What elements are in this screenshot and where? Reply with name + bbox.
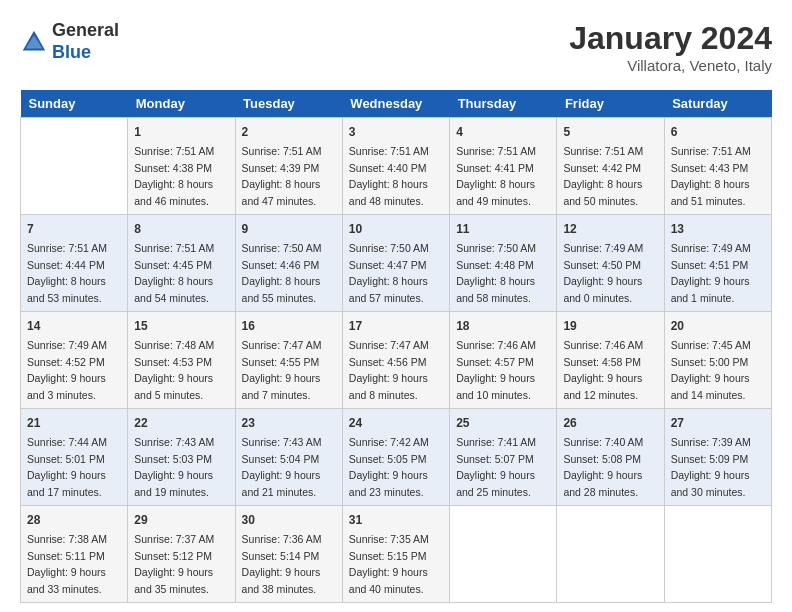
day-number: 6 [671,123,765,141]
day-info: Sunrise: 7:49 AM Sunset: 4:52 PM Dayligh… [27,339,107,401]
day-info: Sunrise: 7:51 AM Sunset: 4:41 PM Dayligh… [456,145,536,207]
day-number: 15 [134,317,228,335]
day-cell: 1Sunrise: 7:51 AM Sunset: 4:38 PM Daylig… [128,118,235,215]
day-info: Sunrise: 7:47 AM Sunset: 4:55 PM Dayligh… [242,339,322,401]
day-number: 11 [456,220,550,238]
logo-icon [20,28,48,56]
day-number: 21 [27,414,121,432]
calendar-header: Sunday Monday Tuesday Wednesday Thursday… [21,90,772,118]
col-friday: Friday [557,90,664,118]
day-cell: 17Sunrise: 7:47 AM Sunset: 4:56 PM Dayli… [342,312,449,409]
day-number: 27 [671,414,765,432]
day-info: Sunrise: 7:48 AM Sunset: 4:53 PM Dayligh… [134,339,214,401]
day-info: Sunrise: 7:50 AM Sunset: 4:47 PM Dayligh… [349,242,429,304]
day-number: 16 [242,317,336,335]
day-number: 5 [563,123,657,141]
day-cell: 28Sunrise: 7:38 AM Sunset: 5:11 PM Dayli… [21,506,128,603]
day-cell: 18Sunrise: 7:46 AM Sunset: 4:57 PM Dayli… [450,312,557,409]
day-info: Sunrise: 7:51 AM Sunset: 4:43 PM Dayligh… [671,145,751,207]
day-info: Sunrise: 7:41 AM Sunset: 5:07 PM Dayligh… [456,436,536,498]
day-info: Sunrise: 7:36 AM Sunset: 5:14 PM Dayligh… [242,533,322,595]
day-cell: 29Sunrise: 7:37 AM Sunset: 5:12 PM Dayli… [128,506,235,603]
day-number: 3 [349,123,443,141]
day-info: Sunrise: 7:51 AM Sunset: 4:42 PM Dayligh… [563,145,643,207]
day-info: Sunrise: 7:46 AM Sunset: 4:57 PM Dayligh… [456,339,536,401]
day-cell: 8Sunrise: 7:51 AM Sunset: 4:45 PM Daylig… [128,215,235,312]
day-cell: 6Sunrise: 7:51 AM Sunset: 4:43 PM Daylig… [664,118,771,215]
day-cell: 12Sunrise: 7:49 AM Sunset: 4:50 PM Dayli… [557,215,664,312]
day-number: 31 [349,511,443,529]
col-saturday: Saturday [664,90,771,118]
day-cell: 14Sunrise: 7:49 AM Sunset: 4:52 PM Dayli… [21,312,128,409]
location: Villatora, Veneto, Italy [569,57,772,74]
day-info: Sunrise: 7:37 AM Sunset: 5:12 PM Dayligh… [134,533,214,595]
week-row-5: 28Sunrise: 7:38 AM Sunset: 5:11 PM Dayli… [21,506,772,603]
day-info: Sunrise: 7:51 AM Sunset: 4:40 PM Dayligh… [349,145,429,207]
day-info: Sunrise: 7:35 AM Sunset: 5:15 PM Dayligh… [349,533,429,595]
day-cell: 23Sunrise: 7:43 AM Sunset: 5:04 PM Dayli… [235,409,342,506]
day-info: Sunrise: 7:50 AM Sunset: 4:46 PM Dayligh… [242,242,322,304]
week-row-4: 21Sunrise: 7:44 AM Sunset: 5:01 PM Dayli… [21,409,772,506]
day-cell: 7Sunrise: 7:51 AM Sunset: 4:44 PM Daylig… [21,215,128,312]
day-info: Sunrise: 7:44 AM Sunset: 5:01 PM Dayligh… [27,436,107,498]
day-cell: 13Sunrise: 7:49 AM Sunset: 4:51 PM Dayli… [664,215,771,312]
logo-text: General Blue [52,20,119,63]
day-number: 26 [563,414,657,432]
day-cell: 9Sunrise: 7:50 AM Sunset: 4:46 PM Daylig… [235,215,342,312]
col-sunday: Sunday [21,90,128,118]
week-row-2: 7Sunrise: 7:51 AM Sunset: 4:44 PM Daylig… [21,215,772,312]
day-info: Sunrise: 7:49 AM Sunset: 4:50 PM Dayligh… [563,242,643,304]
day-info: Sunrise: 7:47 AM Sunset: 4:56 PM Dayligh… [349,339,429,401]
day-cell: 5Sunrise: 7:51 AM Sunset: 4:42 PM Daylig… [557,118,664,215]
col-tuesday: Tuesday [235,90,342,118]
day-info: Sunrise: 7:45 AM Sunset: 5:00 PM Dayligh… [671,339,751,401]
day-number: 24 [349,414,443,432]
day-info: Sunrise: 7:38 AM Sunset: 5:11 PM Dayligh… [27,533,107,595]
day-number: 30 [242,511,336,529]
day-cell: 15Sunrise: 7:48 AM Sunset: 4:53 PM Dayli… [128,312,235,409]
day-cell: 21Sunrise: 7:44 AM Sunset: 5:01 PM Dayli… [21,409,128,506]
day-cell [664,506,771,603]
day-number: 20 [671,317,765,335]
day-number: 23 [242,414,336,432]
day-number: 28 [27,511,121,529]
day-number: 2 [242,123,336,141]
day-cell: 26Sunrise: 7:40 AM Sunset: 5:08 PM Dayli… [557,409,664,506]
day-number: 7 [27,220,121,238]
day-info: Sunrise: 7:50 AM Sunset: 4:48 PM Dayligh… [456,242,536,304]
day-number: 25 [456,414,550,432]
col-thursday: Thursday [450,90,557,118]
day-cell: 20Sunrise: 7:45 AM Sunset: 5:00 PM Dayli… [664,312,771,409]
day-number: 12 [563,220,657,238]
calendar-table: Sunday Monday Tuesday Wednesday Thursday… [20,90,772,603]
day-info: Sunrise: 7:43 AM Sunset: 5:04 PM Dayligh… [242,436,322,498]
day-number: 29 [134,511,228,529]
col-monday: Monday [128,90,235,118]
logo-blue: Blue [52,42,91,62]
day-info: Sunrise: 7:51 AM Sunset: 4:38 PM Dayligh… [134,145,214,207]
week-row-1: 1Sunrise: 7:51 AM Sunset: 4:38 PM Daylig… [21,118,772,215]
day-cell: 16Sunrise: 7:47 AM Sunset: 4:55 PM Dayli… [235,312,342,409]
day-info: Sunrise: 7:51 AM Sunset: 4:45 PM Dayligh… [134,242,214,304]
day-number: 8 [134,220,228,238]
day-cell: 19Sunrise: 7:46 AM Sunset: 4:58 PM Dayli… [557,312,664,409]
day-info: Sunrise: 7:51 AM Sunset: 4:39 PM Dayligh… [242,145,322,207]
day-cell: 11Sunrise: 7:50 AM Sunset: 4:48 PM Dayli… [450,215,557,312]
day-number: 22 [134,414,228,432]
day-cell: 25Sunrise: 7:41 AM Sunset: 5:07 PM Dayli… [450,409,557,506]
day-cell: 30Sunrise: 7:36 AM Sunset: 5:14 PM Dayli… [235,506,342,603]
day-number: 10 [349,220,443,238]
day-cell: 4Sunrise: 7:51 AM Sunset: 4:41 PM Daylig… [450,118,557,215]
day-number: 9 [242,220,336,238]
title-block: January 2024 Villatora, Veneto, Italy [569,20,772,74]
day-cell [557,506,664,603]
logo: General Blue [20,20,119,63]
day-cell: 2Sunrise: 7:51 AM Sunset: 4:39 PM Daylig… [235,118,342,215]
week-row-3: 14Sunrise: 7:49 AM Sunset: 4:52 PM Dayli… [21,312,772,409]
header-row: Sunday Monday Tuesday Wednesday Thursday… [21,90,772,118]
day-number: 17 [349,317,443,335]
day-number: 19 [563,317,657,335]
day-cell: 10Sunrise: 7:50 AM Sunset: 4:47 PM Dayli… [342,215,449,312]
day-info: Sunrise: 7:40 AM Sunset: 5:08 PM Dayligh… [563,436,643,498]
calendar-body: 1Sunrise: 7:51 AM Sunset: 4:38 PM Daylig… [21,118,772,603]
